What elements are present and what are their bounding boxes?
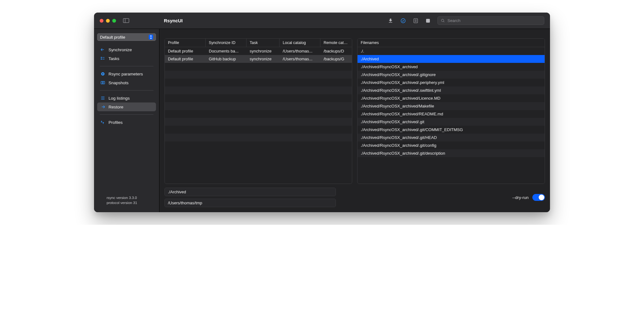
dry-run-toggle[interactable] — [532, 194, 545, 201]
file-row[interactable]: ./Archived/RsyncOSX_archived/.git/config — [358, 141, 545, 149]
file-row[interactable]: ./Archived/RsyncOSX_archived/README.md — [358, 110, 545, 118]
sidebar-item-tasks[interactable]: Tasks — [97, 54, 156, 63]
file-row[interactable]: ./. — [358, 47, 545, 55]
divider — [100, 90, 153, 91]
sidebar-item-label: Profiles — [108, 120, 123, 125]
sidebar-item-label: Log listings — [108, 96, 130, 101]
divider — [100, 66, 153, 66]
search-input[interactable] — [447, 18, 541, 23]
chevron-updown-icon — [149, 35, 153, 40]
params-icon — [100, 71, 105, 76]
file-row[interactable]: ./Archived/RsyncOSX_archived/.git/descri… — [358, 149, 545, 157]
sidebar-toggle-icon[interactable] — [123, 18, 129, 23]
files-body: ./../Archived./Archived/RsyncOSX_archive… — [358, 47, 545, 184]
table-row[interactable] — [165, 118, 352, 126]
sidebar-item-label: Snapshots — [108, 80, 129, 85]
source-path-input[interactable] — [164, 188, 336, 196]
sidebar-item-log-listings[interactable]: Log listings — [97, 94, 156, 102]
file-row[interactable]: ./Archived/RsyncOSX_archived/Makefile — [358, 102, 545, 110]
table-row[interactable] — [165, 141, 352, 149]
svg-point-12 — [101, 59, 102, 60]
snapshot-icon — [100, 80, 105, 85]
table-row[interactable] — [165, 110, 352, 118]
svg-point-10 — [101, 57, 102, 58]
stop-icon[interactable] — [425, 18, 430, 23]
sidebar-footer: rsync version 3.3.0 protocol version 31 — [97, 195, 156, 208]
sidebar-item-label: Synchronize — [108, 47, 132, 52]
divider — [100, 114, 153, 115]
sidebar-item-label: Tasks — [108, 56, 119, 61]
table-row[interactable] — [165, 126, 352, 134]
sidebar: Default profile Synchronize Tasks Rsync … — [94, 29, 159, 212]
sidebar-item-label: Rsync parameters — [108, 72, 143, 76]
col-profile[interactable]: Profile — [165, 39, 206, 47]
search-icon — [441, 19, 445, 23]
svg-rect-0 — [123, 19, 129, 23]
svg-rect-15 — [101, 81, 105, 84]
protocol-version: protocol version 31 — [107, 200, 156, 205]
file-row[interactable]: ./Archived/RsyncOSX_archived/.git/HEAD — [358, 134, 545, 141]
file-row[interactable]: ./Archived/RsyncOSX_archived/.gitignore — [358, 71, 545, 79]
col-remote[interactable]: Remote catalog — [320, 39, 352, 47]
check-circle-icon[interactable] — [400, 18, 406, 24]
log-icon — [100, 96, 105, 101]
files-header: Filenames — [358, 39, 545, 47]
file-row[interactable]: ./Archived/RsyncOSX_archived/.git — [358, 118, 545, 126]
table-body: Default profileDocuments ba...synchroniz… — [165, 47, 352, 184]
file-row[interactable]: ./Archived/RsyncOSX_archived/.swiftlint.… — [358, 86, 545, 94]
sidebar-item-profiles[interactable]: Profiles — [97, 118, 156, 127]
sidebar-item-snapshots[interactable]: Snapshots — [97, 78, 156, 87]
maximize-button[interactable] — [112, 19, 116, 23]
search-field[interactable] — [437, 16, 544, 25]
file-row[interactable]: ./Archived/RsyncOSX_archived/Licence.MD — [358, 94, 545, 102]
download-icon[interactable] — [388, 18, 393, 24]
file-row[interactable]: ./Archived — [358, 55, 545, 63]
table-row[interactable] — [165, 94, 352, 102]
close-button[interactable] — [100, 19, 103, 23]
table-header: Profile Synchronize ID Task Local catalo… — [165, 39, 352, 47]
col-filenames[interactable]: Filenames — [358, 39, 545, 47]
table-row[interactable]: Default profileGitHub backupsynchronize/… — [165, 55, 352, 63]
sidebar-item-synchronize[interactable]: Synchronize — [97, 45, 156, 54]
sync-icon — [100, 47, 105, 52]
sidebar-item-label: Restore — [108, 105, 123, 109]
table-row[interactable] — [165, 86, 352, 94]
profiles-icon — [100, 120, 105, 125]
table-row[interactable] — [165, 71, 352, 79]
destination-path-input[interactable] — [164, 199, 336, 207]
minimize-button[interactable] — [106, 19, 110, 23]
restore-icon — [100, 104, 105, 109]
rsync-version: rsync version 3.3.0 — [107, 195, 156, 200]
col-sync-id[interactable]: Synchronize ID — [206, 39, 247, 47]
svg-line-9 — [443, 21, 444, 22]
col-local[interactable]: Local catalog — [280, 39, 320, 47]
file-row[interactable]: ./Archived/RsyncOSX_archived — [358, 63, 545, 71]
table-row[interactable]: Default profileDocuments ba...synchroniz… — [165, 47, 352, 55]
profile-selector[interactable]: Default profile — [97, 33, 156, 41]
list-icon[interactable] — [413, 18, 419, 24]
table-row[interactable] — [165, 134, 352, 141]
files-table: Filenames ./../Archived./Archived/RsyncO… — [357, 38, 545, 184]
svg-point-2 — [401, 19, 405, 23]
svg-rect-7 — [426, 19, 430, 23]
svg-point-16 — [102, 82, 103, 83]
file-row[interactable]: ./Archived/RsyncOSX_archived/.git/COMMIT… — [358, 126, 545, 134]
table-row[interactable] — [165, 63, 352, 71]
dry-run-label: --dry-run — [512, 195, 529, 200]
col-task[interactable]: Task — [247, 39, 280, 47]
tasks-table: Profile Synchronize ID Task Local catalo… — [164, 38, 352, 184]
svg-point-8 — [441, 19, 444, 22]
titlebar: RsyncUI — [94, 13, 550, 29]
app-title: RsyncUI — [164, 18, 183, 23]
file-row[interactable]: ./Archived/RsyncOSX_archived/.periphery.… — [358, 79, 545, 86]
tasks-icon — [100, 56, 105, 61]
profile-selector-label: Default profile — [100, 35, 125, 40]
window-controls — [100, 19, 116, 23]
table-row[interactable] — [165, 102, 352, 110]
sidebar-item-rsync-parameters[interactable]: Rsync parameters — [97, 69, 156, 78]
table-row[interactable] — [165, 79, 352, 86]
sidebar-item-restore[interactable]: Restore — [97, 102, 156, 111]
